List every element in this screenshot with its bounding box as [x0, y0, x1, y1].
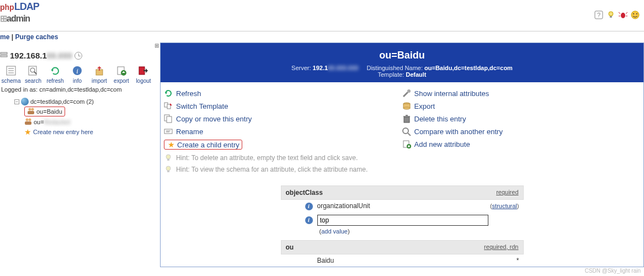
- trash-icon: [402, 114, 411, 123]
- svg-rect-12: [1, 52, 7, 54]
- attr-label[interactable]: ou: [286, 243, 294, 251]
- add-icon: [402, 140, 411, 148]
- export-icon: [115, 65, 127, 77]
- svg-rect-59: [406, 115, 408, 116]
- collapse-icon[interactable]: −: [14, 99, 19, 104]
- svg-rect-44: [167, 116, 172, 123]
- svg-rect-57: [404, 117, 409, 123]
- import-button[interactable]: import: [88, 63, 110, 84]
- tree-node-baidu[interactable]: ou=Baidu: [24, 106, 160, 117]
- app-header: phpLDAP ⊞admin ?: [0, 0, 644, 31]
- lightbulb-icon: [164, 165, 173, 174]
- action-show-internal[interactable]: Show internal attributes: [402, 88, 641, 100]
- svg-line-61: [408, 133, 411, 136]
- attr-label[interactable]: objectClass: [286, 189, 323, 197]
- attr-ou: ou required, rdn Baidu *: [281, 240, 524, 267]
- tree-root[interactable]: − dc=testldap,dc=com (2): [14, 97, 160, 106]
- logo: phpLDAP ⊞admin: [0, 1, 39, 29]
- info-icon: i: [71, 65, 83, 77]
- logged-in-text: Logged in as: cn=admin,dc=testldap,dc=co…: [0, 85, 160, 97]
- rename-icon: [164, 127, 173, 136]
- action-refresh[interactable]: Refresh: [164, 88, 402, 100]
- home-link[interactable]: me: [0, 33, 9, 41]
- collapse-icon[interactable]: ⊞: [0, 43, 160, 49]
- svg-point-36: [26, 119, 29, 121]
- compare-icon: [402, 127, 411, 136]
- svg-point-60: [403, 128, 408, 134]
- actions-panel: Refresh Switch Template Copy or move thi…: [161, 82, 643, 178]
- refresh-button[interactable]: refresh: [44, 63, 66, 84]
- svg-text:i: i: [76, 67, 78, 75]
- search-icon: [27, 65, 39, 77]
- schema-button[interactable]: schema: [0, 63, 22, 84]
- action-rename[interactable]: Rename: [164, 126, 402, 139]
- action-create-child[interactable]: ★ Create a child entry: [164, 139, 402, 152]
- info-icon[interactable]: i: [305, 216, 313, 224]
- globe-icon: [21, 98, 29, 105]
- logout-button[interactable]: logout: [132, 63, 155, 84]
- sidebar-toolbar: schema search refresh i info import expo…: [0, 62, 160, 85]
- purge-caches-link[interactable]: Purge caches: [15, 33, 58, 41]
- bug-icon[interactable]: [619, 10, 627, 19]
- action-switch-template[interactable]: Switch Template: [164, 100, 402, 113]
- export-icon: [402, 102, 411, 110]
- action-copy-move[interactable]: Copy or move this entry: [164, 113, 402, 126]
- search-button[interactable]: search: [22, 63, 44, 84]
- sidebar: ⊞ 192.168.100.000 schema search refresh …: [0, 43, 160, 267]
- hint-schema: Hint: To view the schema for an attribut…: [164, 164, 402, 176]
- lightbulb-icon: [164, 153, 173, 162]
- entry-header: ou=Baidu Server: 192.100.000.000 Disting…: [161, 43, 643, 82]
- svg-point-37: [29, 119, 31, 121]
- action-export[interactable]: Export: [402, 100, 641, 113]
- svg-marker-21: [51, 70, 54, 72]
- svg-point-11: [636, 13, 637, 14]
- action-delete[interactable]: Delete this entry: [402, 113, 641, 126]
- svg-point-53: [407, 89, 411, 93]
- ldap-tree: − dc=testldap,dc=com (2) ou=Baidu ou=Red…: [0, 97, 160, 137]
- add-value-link[interactable]: add value: [321, 228, 348, 235]
- tree-node-2[interactable]: ou=Redacted: [24, 117, 160, 127]
- hint-delete: Hint: To delete an attribute, empty the …: [164, 152, 402, 164]
- action-compare[interactable]: Compare with another entry: [402, 126, 641, 139]
- logout-icon: [137, 65, 150, 77]
- info-icon[interactable]: i: [305, 203, 313, 210]
- svg-line-5: [619, 12, 620, 14]
- help-icon[interactable]: ?: [594, 10, 603, 19]
- svg-line-52: [403, 92, 408, 97]
- svg-point-48: [166, 155, 171, 159]
- template-icon: [164, 102, 173, 110]
- schema-icon: [5, 65, 17, 77]
- structural-link[interactable]: structural: [492, 203, 517, 209]
- copy-icon: [164, 114, 173, 123]
- tree-create-entry[interactable]: ★ Create new entry here: [24, 127, 160, 137]
- svg-rect-38: [25, 121, 31, 125]
- attr-objectclass: objectClass required i organizationalUni…: [281, 185, 524, 235]
- svg-point-34: [31, 108, 34, 111]
- svg-text:?: ?: [597, 12, 600, 18]
- svg-rect-13: [1, 55, 7, 57]
- svg-point-4: [621, 13, 625, 18]
- svg-rect-26: [99, 68, 100, 71]
- star-icon: ★: [167, 140, 175, 149]
- svg-rect-32: [143, 70, 146, 71]
- server-line: 192.168.100.000: [0, 49, 160, 62]
- clock-icon: [74, 52, 82, 60]
- svg-point-56: [403, 107, 410, 109]
- action-add-attribute[interactable]: Add new attribute: [402, 139, 641, 151]
- topbar: me | Purge caches: [0, 31, 644, 43]
- objectclass-input[interactable]: [317, 215, 488, 226]
- svg-point-9: [631, 11, 639, 19]
- info-button[interactable]: i info: [66, 63, 88, 84]
- export-button[interactable]: export: [110, 63, 132, 84]
- svg-rect-58: [403, 116, 410, 117]
- svg-rect-3: [610, 16, 612, 18]
- lightbulb-icon[interactable]: [606, 10, 615, 19]
- smiley-icon[interactable]: [631, 10, 640, 19]
- refresh-icon: [49, 65, 61, 77]
- server-icon: [0, 51, 8, 60]
- tools-icon: [402, 89, 411, 98]
- svg-rect-45: [164, 129, 172, 134]
- svg-rect-35: [28, 111, 34, 114]
- svg-point-2: [609, 12, 613, 16]
- svg-line-6: [626, 12, 627, 14]
